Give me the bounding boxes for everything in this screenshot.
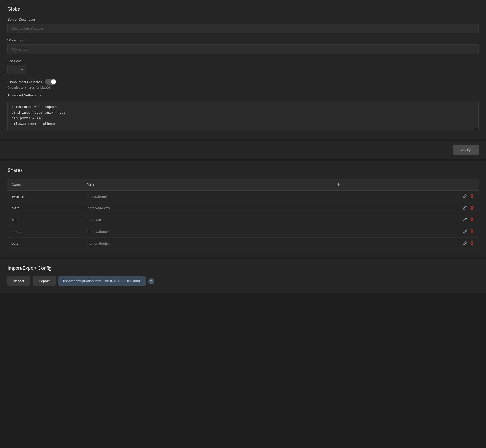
advanced-settings-textarea[interactable]: interfaces = lo enp3s0 bind interfaces o… xyxy=(7,101,479,130)
macos-shares-toggle-row: Global MacOS Shares xyxy=(7,79,479,85)
log-level-label: Log Level xyxy=(7,59,479,63)
table-row: extra /home/ad/extra xyxy=(7,202,479,214)
share-name-cell: extra xyxy=(7,202,82,214)
advanced-settings-label: Advanced Settings xyxy=(7,93,36,97)
edit-share-button[interactable] xyxy=(463,217,467,222)
share-actions xyxy=(336,206,474,211)
log-level-group: Log Level 0 1 2 3 xyxy=(7,59,479,74)
workgroup-input[interactable] xyxy=(7,44,479,54)
share-actions-cell xyxy=(331,191,479,202)
import-export-section: Import/Export Config Import Export Impor… xyxy=(0,259,486,293)
workgroup-group: Workgroup xyxy=(7,38,479,54)
import-export-row: Import Export Import configuration from … xyxy=(7,276,479,286)
server-description-input[interactable] xyxy=(7,24,479,33)
share-name-cell: external xyxy=(7,191,82,202)
delete-share-button[interactable] xyxy=(470,194,474,199)
delete-share-button[interactable] xyxy=(470,217,474,222)
shares-col-add: + xyxy=(331,179,479,191)
apply-button[interactable]: Apply xyxy=(453,145,479,155)
share-actions-cell xyxy=(331,214,479,226)
macos-shares-toggle[interactable] xyxy=(45,79,56,85)
global-section: Global Server Description Workgroup Log … xyxy=(0,0,486,139)
shares-section: Shares Name Path + external /mnt/externa… xyxy=(0,161,486,257)
table-row: media /home/ad/media xyxy=(7,226,479,238)
shares-title: Shares xyxy=(7,168,479,173)
shares-table-header-row: Name Path + xyxy=(7,179,479,191)
share-name-cell: media xyxy=(7,226,82,238)
delete-share-button[interactable] xyxy=(470,206,474,211)
share-path-cell: /home/ad/media xyxy=(82,226,331,238)
import-from-path: /etc/samba/smb.conf xyxy=(104,279,141,283)
edit-share-button[interactable] xyxy=(463,194,467,199)
apply-row: Apply xyxy=(0,141,486,159)
share-actions-cell xyxy=(331,238,479,249)
export-button[interactable]: Export xyxy=(33,276,55,286)
advanced-settings-group: Advanced Settings ▲ interfaces = lo enp3… xyxy=(7,93,479,131)
import-button[interactable]: Import xyxy=(7,276,30,286)
share-path-cell: /home/ad/extra xyxy=(82,202,331,214)
delete-share-button[interactable] xyxy=(470,229,474,234)
workgroup-label: Workgroup xyxy=(7,38,479,42)
advanced-settings-header[interactable]: Advanced Settings ▲ xyxy=(7,93,479,97)
shares-table: Name Path + external /mnt/external xyxy=(7,179,479,249)
macos-shares-subtext: Optimize all shares for MacOS xyxy=(7,86,479,90)
share-actions xyxy=(336,194,474,199)
shares-col-path: Path xyxy=(82,179,331,191)
table-row: external /mnt/external xyxy=(7,191,479,202)
table-row: other /home/ad/other xyxy=(7,238,479,249)
shares-col-name: Name xyxy=(7,179,82,191)
share-name-cell: other xyxy=(7,238,82,249)
help-icon[interactable]: ? xyxy=(148,278,154,284)
advanced-settings-chevron-icon: ▲ xyxy=(38,94,42,97)
share-name-cell: home xyxy=(7,214,82,226)
add-share-button[interactable]: + xyxy=(336,182,341,187)
global-title: Global xyxy=(7,6,479,12)
share-actions xyxy=(336,217,474,222)
log-level-select[interactable]: 0 1 2 3 xyxy=(7,65,26,74)
edit-share-button[interactable] xyxy=(463,241,467,246)
macos-shares-group: Global MacOS Shares Optimize all shares … xyxy=(7,79,479,90)
share-actions-cell xyxy=(331,202,479,214)
macos-shares-label: Global MacOS Shares xyxy=(7,80,42,84)
share-actions xyxy=(336,241,474,246)
table-row: home /home/ad xyxy=(7,214,479,226)
import-from-label: Import configuration from xyxy=(63,279,102,283)
edit-share-button[interactable] xyxy=(463,206,467,211)
server-description-group: Server Description xyxy=(7,17,479,33)
edit-share-button[interactable] xyxy=(463,229,467,234)
delete-share-button[interactable] xyxy=(470,241,474,246)
share-actions xyxy=(336,229,474,234)
page-container: Global Server Description Workgroup Log … xyxy=(0,0,486,293)
share-path-cell: /mnt/external xyxy=(82,191,331,202)
share-path-cell: /home/ad xyxy=(82,214,331,226)
import-export-title: Import/Export Config xyxy=(7,265,479,271)
server-description-label: Server Description xyxy=(7,17,479,21)
share-path-cell: /home/ad/other xyxy=(82,238,331,249)
share-actions-cell xyxy=(331,226,479,238)
import-from-button[interactable]: Import configuration from /etc/samba/smb… xyxy=(58,276,146,286)
